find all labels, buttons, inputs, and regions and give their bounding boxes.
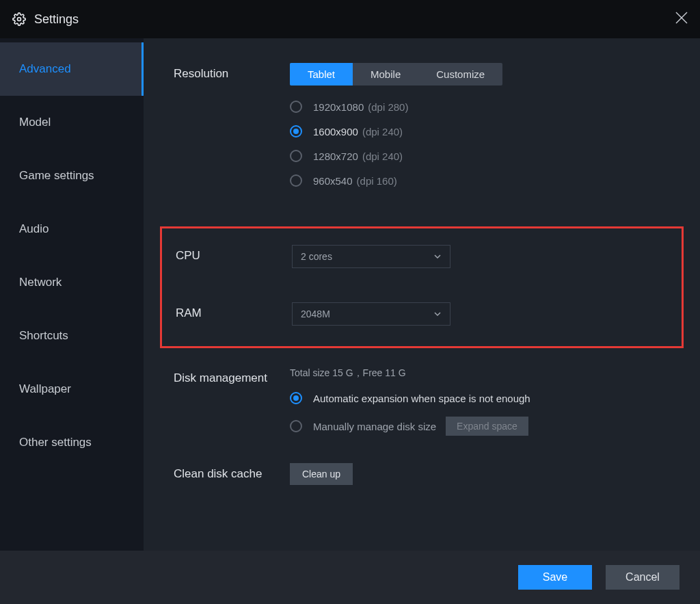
sidebar-item-audio[interactable]: Audio xyxy=(0,202,144,256)
cpu-value: 2 cores xyxy=(301,251,332,262)
close-icon xyxy=(675,12,688,24)
radio-manual-disk[interactable]: Manually manage disk size Expand space xyxy=(290,417,670,436)
window-title: Settings xyxy=(34,12,79,27)
radio-icon xyxy=(290,174,302,187)
main-panel: Resolution Tablet Mobile Customize 1920x… xyxy=(144,38,700,551)
sidebar-item-other-settings[interactable]: Other settings xyxy=(0,416,144,469)
footer: Save Cancel xyxy=(0,551,700,604)
sidebar: Advanced Model Game settings Audio Netwo… xyxy=(0,38,144,551)
row-clean-cache: Clean disk cache Clean up xyxy=(174,463,670,485)
cancel-button[interactable]: Cancel xyxy=(606,565,679,590)
resolution-size: 1280x720 xyxy=(313,150,358,162)
label-cpu: CPU xyxy=(176,245,292,264)
row-disk: Disk management Total size 15 G，Free 11 … xyxy=(174,367,670,436)
radio-1280x720[interactable]: 1280x720 (dpi 240) xyxy=(290,150,670,162)
sidebar-item-label: Other settings xyxy=(19,436,92,449)
disk-option-label: Manually manage disk size xyxy=(313,421,436,432)
radio-icon xyxy=(290,101,302,113)
clean-up-button[interactable]: Clean up xyxy=(290,463,353,485)
ram-value: 2048M xyxy=(301,308,330,319)
sidebar-item-network[interactable]: Network xyxy=(0,256,144,309)
row-cpu: CPU 2 cores xyxy=(162,238,682,275)
tab-tablet[interactable]: Tablet xyxy=(290,63,353,86)
resolution-dpi: (dpi 240) xyxy=(362,150,403,162)
sidebar-item-wallpaper[interactable]: Wallpaper xyxy=(0,363,144,416)
sidebar-item-game-settings[interactable]: Game settings xyxy=(0,149,144,202)
close-button[interactable] xyxy=(675,12,688,27)
ram-select[interactable]: 2048M xyxy=(292,302,450,326)
cpu-ram-highlight: CPU 2 cores RAM 2048M xyxy=(160,226,684,348)
resolution-options: 1920x1080 (dpi 280) 1600x900 (dpi 240) 1… xyxy=(290,101,670,187)
svg-point-0 xyxy=(18,18,21,21)
sidebar-item-label: Game settings xyxy=(19,169,94,183)
radio-1600x900[interactable]: 1600x900 (dpi 240) xyxy=(290,125,670,137)
resolution-tabs: Tablet Mobile Customize xyxy=(290,63,502,86)
label-ram: RAM xyxy=(176,302,292,321)
sidebar-item-label: Network xyxy=(19,276,62,289)
radio-auto-expand[interactable]: Automatic expansion when space is not en… xyxy=(290,392,670,404)
label-resolution: Resolution xyxy=(174,63,290,82)
label-disk: Disk management xyxy=(174,367,290,386)
sidebar-item-advanced[interactable]: Advanced xyxy=(0,42,144,96)
save-button[interactable]: Save xyxy=(518,565,592,590)
titlebar: Settings xyxy=(0,0,700,38)
sidebar-item-label: Shortcuts xyxy=(19,329,68,343)
label-clean-cache: Clean disk cache xyxy=(174,463,290,482)
resolution-size: 1600x900 xyxy=(313,126,358,137)
sidebar-item-model[interactable]: Model xyxy=(0,96,144,149)
gear-icon xyxy=(12,12,26,26)
radio-icon xyxy=(290,150,302,162)
resolution-dpi: (dpi 280) xyxy=(368,101,408,113)
chevron-down-icon xyxy=(433,310,442,318)
resolution-dpi: (dpi 160) xyxy=(357,175,397,187)
resolution-dpi: (dpi 240) xyxy=(362,126,403,137)
row-ram: RAM 2048M xyxy=(162,296,682,332)
resolution-size: 1920x1080 xyxy=(313,101,364,113)
sidebar-item-label: Advanced xyxy=(19,62,71,76)
disk-status: Total size 15 G，Free 11 G xyxy=(290,367,670,380)
sidebar-item-label: Wallpaper xyxy=(19,382,71,396)
settings-window: Settings Advanced Model Game settings Au… xyxy=(0,0,700,604)
disk-option-label: Automatic expansion when space is not en… xyxy=(313,393,530,404)
sidebar-item-label: Model xyxy=(19,116,51,129)
tab-customize[interactable]: Customize xyxy=(418,63,502,86)
radio-icon xyxy=(290,420,302,432)
resolution-content: Tablet Mobile Customize 1920x1080 (dpi 2… xyxy=(290,63,670,199)
cpu-select[interactable]: 2 cores xyxy=(292,245,450,268)
chevron-down-icon xyxy=(433,252,442,261)
radio-960x540[interactable]: 960x540 (dpi 160) xyxy=(290,174,670,187)
sidebar-item-shortcuts[interactable]: Shortcuts xyxy=(0,309,144,363)
radio-1920x1080[interactable]: 1920x1080 (dpi 280) xyxy=(290,101,670,113)
resolution-size: 960x540 xyxy=(313,175,353,187)
radio-icon xyxy=(290,392,302,404)
window-body: Advanced Model Game settings Audio Netwo… xyxy=(0,38,700,551)
row-resolution: Resolution Tablet Mobile Customize 1920x… xyxy=(174,63,670,199)
tab-mobile[interactable]: Mobile xyxy=(353,63,418,86)
sidebar-item-label: Audio xyxy=(19,222,49,236)
radio-icon xyxy=(290,125,302,137)
expand-space-button[interactable]: Expand space xyxy=(446,417,528,436)
